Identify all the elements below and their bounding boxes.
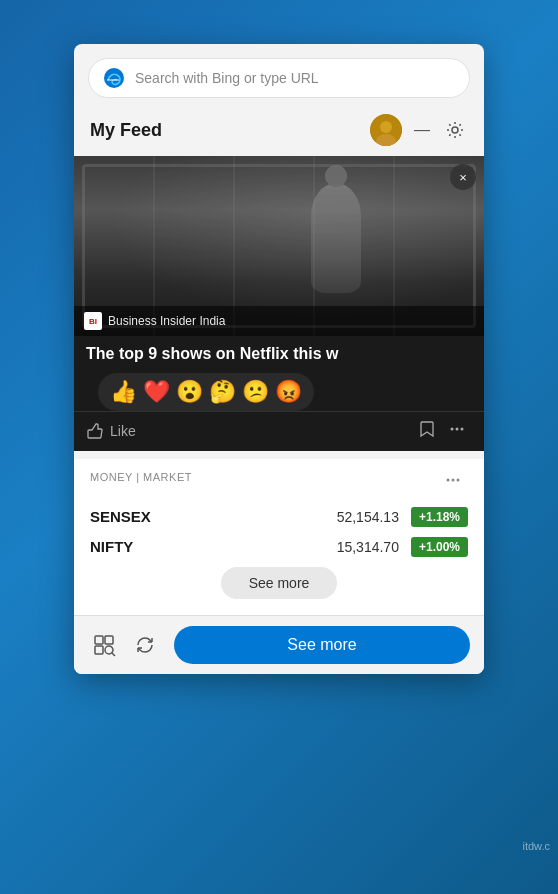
- search-bar[interactable]: Search with Bing or type URL: [88, 58, 470, 98]
- news-feed-button[interactable]: [88, 631, 120, 659]
- sensex-name: SENSEX: [90, 508, 337, 525]
- svg-point-13: [452, 479, 455, 482]
- source-name: Business Insider India: [108, 314, 225, 328]
- like-label: Like: [110, 423, 136, 439]
- news-card: × BI Business Insider India The top 9 sh…: [74, 156, 484, 451]
- user-avatar[interactable]: [370, 114, 402, 146]
- news-title[interactable]: The top 9 shows on Netflix this w: [86, 344, 472, 365]
- sensex-value: 52,154.13: [337, 509, 399, 525]
- search-placeholder: Search with Bing or type URL: [135, 70, 455, 86]
- news-source-bar: BI Business Insider India: [74, 306, 484, 336]
- refresh-button[interactable]: [130, 632, 160, 658]
- svg-point-4: [452, 127, 458, 133]
- see-more-center: See more: [90, 567, 468, 599]
- close-button[interactable]: ×: [450, 164, 476, 190]
- svg-rect-15: [95, 636, 103, 644]
- like-button[interactable]: Like: [86, 422, 412, 440]
- emoji-sad[interactable]: 😕: [242, 379, 269, 405]
- sensex-change: +1.18%: [411, 507, 468, 527]
- market-card-wrapper: MONEY | MARKET SENSEX 52,154.13 +1.18% N…: [74, 459, 484, 615]
- svg-point-12: [447, 479, 450, 482]
- svg-rect-16: [105, 636, 113, 644]
- more-options-button[interactable]: [442, 420, 472, 443]
- svg-line-19: [112, 653, 115, 656]
- sensex-row: SENSEX 52,154.13 +1.18%: [90, 507, 468, 527]
- emoji-reaction-bar: 👍 ❤️ 😮 🤔 😕 😡: [98, 373, 314, 411]
- news-action-bar: Like: [74, 411, 484, 451]
- source-logo: BI: [84, 312, 102, 330]
- emoji-angry[interactable]: 😡: [275, 379, 302, 405]
- market-label: MONEY | MARKET: [90, 471, 192, 483]
- browser-panel: Search with Bing or type URL My Feed —: [74, 44, 484, 674]
- market-more-icon: [444, 471, 462, 489]
- bookmark-icon: [418, 420, 436, 438]
- bookmark-button[interactable]: [412, 420, 442, 443]
- svg-point-11: [461, 427, 464, 430]
- thumbsup-icon: [86, 422, 104, 440]
- market-see-more-button[interactable]: See more: [221, 567, 338, 599]
- settings-button[interactable]: [442, 119, 468, 141]
- svg-point-0: [104, 68, 124, 88]
- news-feed-icon: [92, 633, 116, 657]
- nifty-change: +1.00%: [411, 537, 468, 557]
- market-card: MONEY | MARKET SENSEX 52,154.13 +1.18% N…: [74, 459, 484, 615]
- emoji-heart[interactable]: ❤️: [143, 379, 170, 405]
- bottom-bar: See more: [74, 615, 484, 674]
- minimize-button[interactable]: —: [410, 119, 434, 141]
- feed-title: My Feed: [90, 120, 362, 141]
- emoji-thumbsup[interactable]: 👍: [110, 379, 137, 405]
- svg-point-2: [380, 121, 392, 133]
- see-more-button[interactable]: See more: [174, 626, 470, 664]
- avatar-image: [370, 114, 402, 146]
- edge-browser-icon: [103, 67, 125, 89]
- svg-point-14: [457, 479, 460, 482]
- nifty-row: NIFTY 15,314.70 +1.00%: [90, 537, 468, 557]
- nifty-name: NIFTY: [90, 538, 337, 555]
- feed-header: My Feed —: [74, 108, 484, 156]
- svg-rect-17: [95, 646, 103, 654]
- svg-point-10: [456, 427, 459, 430]
- market-more-button[interactable]: [438, 471, 468, 494]
- emoji-thinking[interactable]: 🤔: [209, 379, 236, 405]
- news-body: The top 9 shows on Netflix this w 👍 ❤️ 😮…: [74, 336, 484, 411]
- gear-icon: [446, 121, 464, 139]
- more-icon: [448, 420, 466, 438]
- watermark: itdw.c: [522, 840, 550, 852]
- nifty-value: 15,314.70: [337, 539, 399, 555]
- svg-point-9: [451, 427, 454, 430]
- refresh-icon: [134, 634, 156, 656]
- news-image[interactable]: × BI Business Insider India: [74, 156, 484, 336]
- svg-point-18: [105, 646, 113, 654]
- emoji-wow[interactable]: 😮: [176, 379, 203, 405]
